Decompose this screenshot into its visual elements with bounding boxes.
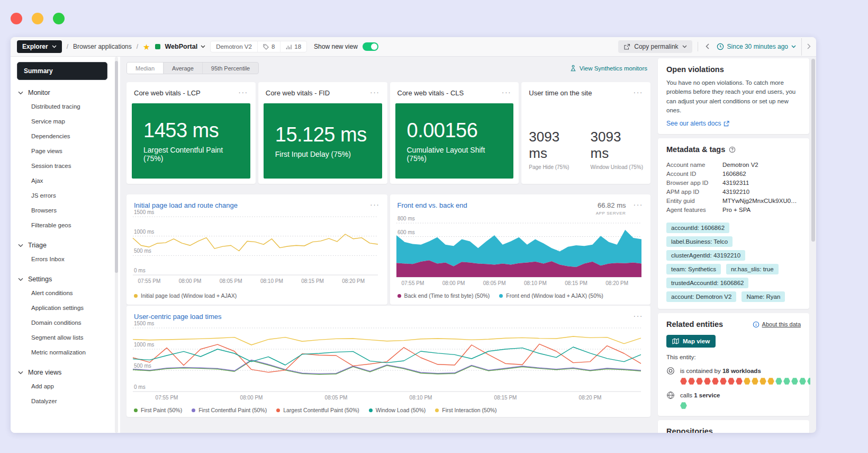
tab-average[interactable]: Average — [163, 63, 202, 74]
chart-title[interactable]: User-centric page load times — [134, 313, 221, 321]
entity-hexagon-critical[interactable] — [728, 378, 735, 385]
sidebar-section-settings[interactable]: Settings — [17, 276, 107, 283]
chart-title[interactable]: Initial page load and route change — [134, 201, 238, 209]
entity-hexagon-critical[interactable] — [688, 378, 695, 385]
tag-pill[interactable]: clusterAgentId: 43192210 — [666, 250, 745, 261]
sidebar-item-segment-allow-lists[interactable]: Segment allow lists — [17, 330, 107, 345]
card-menu-button[interactable] — [632, 89, 645, 95]
legend-item-window-load-50[interactable]: Window Load (50%) — [369, 407, 426, 413]
percentile-tabs: MedianAverage95th Percentile — [126, 62, 259, 74]
show-new-view-label: Show new view — [314, 43, 358, 50]
legend-item-largest-contentful-paint-50[interactable]: Largest Contentful Paint (50%) — [276, 407, 359, 413]
map-view-button[interactable]: Map view — [666, 335, 716, 348]
entity-hexagon-ok[interactable] — [783, 378, 790, 385]
favorite-star-icon[interactable]: ★ — [143, 43, 150, 51]
tab-median[interactable]: Median — [127, 63, 163, 74]
dashboards-count-pill[interactable]: 18 — [280, 41, 306, 52]
tag-pill[interactable]: Name: Ryan — [742, 291, 785, 302]
entity-hexagon-critical[interactable] — [704, 378, 711, 385]
tag-pill[interactable]: account: Demotron V2 — [666, 291, 736, 302]
tag-pill[interactable]: nr.has_slis: true — [726, 264, 779, 274]
sidebar-item-session-traces[interactable]: Session traces — [17, 158, 107, 173]
entity-selector[interactable]: WebPortal — [165, 43, 206, 50]
sidebar-item-datalyzer[interactable]: Datalyzer — [17, 394, 107, 408]
sidebar-section-more-views[interactable]: More views — [17, 369, 107, 376]
sidebar-item-page-views[interactable]: Page views — [17, 144, 107, 158]
tag-pill[interactable]: trustedAccountId: 1606862 — [666, 278, 748, 288]
tag-pill[interactable]: label.Business: Telco — [666, 236, 733, 247]
entity-hexagon-warning[interactable] — [752, 378, 758, 385]
open-violations-title: Open violations — [666, 65, 801, 74]
close-window-icon[interactable] — [11, 13, 22, 24]
card-menu-button[interactable] — [237, 89, 249, 95]
explorer-menu-button[interactable]: Explorer — [17, 40, 62, 53]
time-picker[interactable]: Since 30 minutes ago — [717, 43, 796, 50]
card-menu-button[interactable] — [501, 89, 513, 95]
legend-item-first-interaction-50[interactable]: First Interaction (50%) — [435, 407, 496, 413]
fid-label: First Input Delay (75%) — [275, 150, 370, 158]
entity-hexagon-ok[interactable] — [791, 378, 798, 385]
copy-permalink-button[interactable]: Copy permalink — [618, 40, 692, 53]
legend-item-back-end-time-to-first-byte-50[interactable]: Back end (Time to first byte) (50%) — [397, 292, 490, 299]
sidebar-item-add-app[interactable]: Add app — [17, 379, 107, 394]
entity-hexagon-critical[interactable] — [712, 378, 719, 385]
card-menu-button[interactable] — [369, 89, 381, 95]
initial-page-load-plot[interactable]: 1500 ms1000 ms500 ms0 ms07:55 PM08:00 PM… — [131, 209, 383, 291]
account-pill[interactable]: Demotron V2 — [211, 41, 257, 52]
sidebar-item-application-settings[interactable]: Application settings — [17, 300, 107, 315]
sidebar-section-triage[interactable]: Triage — [17, 242, 107, 249]
right-rail: Open violations You have no open violati… — [656, 57, 810, 433]
tag-pill[interactable]: team: Synthetics — [666, 264, 721, 274]
entity-hexagon-warning[interactable] — [744, 378, 751, 385]
entity-hexagon-critical[interactable] — [736, 378, 743, 385]
entity-hexagon-warning[interactable] — [760, 378, 766, 385]
time-back-button[interactable] — [703, 42, 711, 52]
sidebar-item-metric-normalization[interactable]: Metric normalization — [17, 345, 107, 360]
sidebar-item-domain-conditions[interactable]: Domain conditions — [17, 315, 107, 330]
chart-menu-button[interactable] — [632, 201, 645, 208]
sidebar-scrollbar[interactable] — [113, 57, 120, 433]
sidebar-item-filterable-geos[interactable]: Filterable geos — [17, 218, 107, 233]
maximize-window-icon[interactable] — [53, 13, 65, 24]
sidebar-item-service-map[interactable]: Service map — [17, 114, 107, 129]
tags-count-pill[interactable]: 8 — [257, 41, 280, 52]
entity-hexagon-ok[interactable] — [799, 378, 806, 385]
sidebar-item-distributed-tracing[interactable]: Distributed tracing — [17, 99, 107, 114]
breadcrumb-browser-applications[interactable]: Browser applications — [73, 43, 132, 50]
sidebar-item-errors-inbox[interactable]: Errors Inbox — [17, 252, 107, 267]
entity-hexagon-ok[interactable] — [775, 378, 782, 385]
front-back-end-plot[interactable]: 800 ms600 ms400 ms200 ms0 ms07:55 PM08:0… — [394, 216, 647, 291]
help-question-icon[interactable] — [729, 146, 736, 153]
user-centric-plot[interactable]: 1500 ms1000 ms500 ms0 ms07:55 PM08:00 PM… — [131, 321, 646, 405]
sidebar-item-summary[interactable]: Summary — [17, 62, 107, 80]
tag-pill[interactable]: accountId: 1606862 — [666, 223, 729, 233]
sidebar-item-dependencies[interactable]: Dependencies — [17, 129, 107, 144]
chart-menu-button[interactable] — [369, 201, 381, 208]
chart-menu-button[interactable] — [632, 313, 645, 319]
entity-hexagon-critical[interactable] — [696, 378, 703, 385]
legend-item-front-end-window-load-ajax-50[interactable]: Front end (Window load + AJAX) (50%) — [499, 292, 603, 299]
sidebar-item-alert-conditions[interactable]: Alert conditions — [17, 286, 107, 300]
chart-title[interactable]: Front end vs. back end — [397, 201, 467, 209]
legend-item-first-contentful-paint-50[interactable]: First Contentful Paint (50%) — [192, 407, 267, 413]
view-synthetics-link[interactable]: View Synthetics monitors — [570, 65, 647, 72]
sidebar-item-js-errors[interactable]: JS errors — [17, 188, 107, 203]
show-new-view-toggle[interactable] — [363, 42, 378, 51]
sidebar-item-ajax[interactable]: Ajax — [17, 173, 107, 188]
entity-hexagon-warning[interactable] — [767, 378, 774, 385]
minimize-window-icon[interactable] — [32, 13, 43, 24]
legend-item-initial-page-load-window-load-ajax[interactable]: Initial page load (Window load + AJAX) — [134, 292, 237, 299]
time-forward-button[interactable] — [801, 38, 813, 56]
tab-95th-percentile[interactable]: 95th Percentile — [202, 63, 258, 74]
scrollbar-thumb[interactable] — [811, 59, 815, 242]
sidebar-item-browsers[interactable]: Browsers — [17, 203, 107, 218]
entity-hexagon-ok[interactable] — [680, 402, 687, 409]
entity-hexagon-critical[interactable] — [680, 378, 687, 385]
about-this-data-link[interactable]: About this data — [753, 321, 801, 328]
alerts-docs-link[interactable]: See our alerts docs — [666, 120, 801, 127]
scrollbar-thumb[interactable] — [115, 61, 118, 273]
legend-item-first-paint-50[interactable]: First Paint (50%) — [134, 407, 182, 413]
sidebar-section-monitor[interactable]: Monitor — [17, 89, 107, 96]
entity-hexagon-critical[interactable] — [720, 378, 727, 385]
page-scrollbar[interactable] — [810, 57, 816, 433]
